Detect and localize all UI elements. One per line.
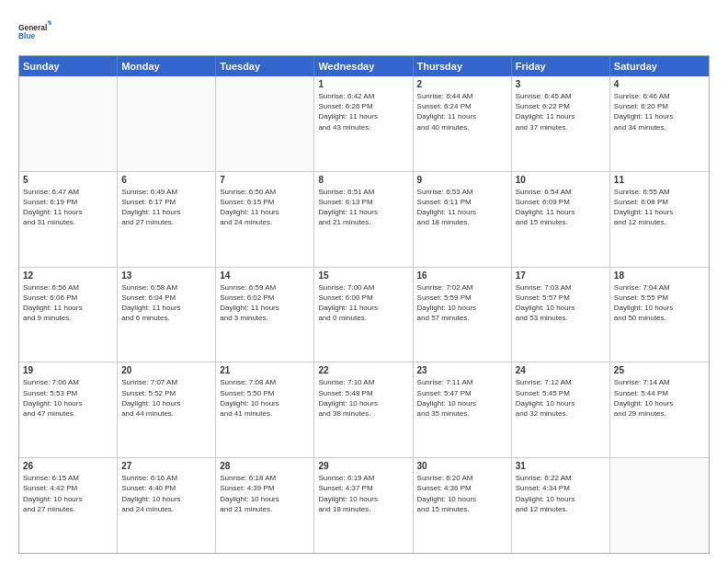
- calendar-cell: 15Sunrise: 7:00 AM Sunset: 6:00 PM Dayli…: [314, 268, 413, 362]
- day-number: 24: [516, 365, 606, 375]
- calendar-header: SundayMondayTuesdayWednesdayThursdayFrid…: [19, 56, 709, 76]
- day-info: Sunrise: 7:10 AM Sunset: 5:48 PM Dayligh…: [318, 377, 408, 419]
- day-info: Sunrise: 7:14 AM Sunset: 5:44 PM Dayligh…: [614, 377, 705, 419]
- calendar-cell: 23Sunrise: 7:11 AM Sunset: 5:47 PM Dayli…: [414, 362, 512, 457]
- logo: General Blue: [18, 15, 51, 48]
- day-info: Sunrise: 7:03 AM Sunset: 5:57 PM Dayligh…: [516, 282, 606, 324]
- calendar-cell: [216, 76, 314, 171]
- day-number: 19: [23, 365, 113, 375]
- calendar-body: 1Sunrise: 6:42 AM Sunset: 6:26 PM Daylig…: [19, 76, 709, 553]
- calendar-cell: 21Sunrise: 7:08 AM Sunset: 5:50 PM Dayli…: [216, 362, 314, 457]
- header-day: Friday: [512, 56, 610, 76]
- calendar-cell: 5Sunrise: 6:47 AM Sunset: 6:19 PM Daylig…: [19, 172, 118, 267]
- calendar-row: 1Sunrise: 6:42 AM Sunset: 6:26 PM Daylig…: [19, 76, 709, 172]
- calendar-row: 5Sunrise: 6:47 AM Sunset: 6:19 PM Daylig…: [19, 172, 709, 268]
- calendar-cell: 3Sunrise: 6:45 AM Sunset: 6:22 PM Daylig…: [512, 76, 610, 171]
- calendar-row: 19Sunrise: 7:06 AM Sunset: 5:53 PM Dayli…: [19, 362, 709, 458]
- calendar-cell: 14Sunrise: 6:59 AM Sunset: 6:02 PM Dayli…: [216, 268, 314, 362]
- day-info: Sunrise: 6:18 AM Sunset: 4:39 PM Dayligh…: [220, 473, 310, 514]
- day-number: 26: [23, 461, 113, 471]
- calendar-cell: 8Sunrise: 6:51 AM Sunset: 6:13 PM Daylig…: [314, 172, 413, 267]
- day-number: 21: [220, 365, 310, 375]
- day-number: 6: [121, 175, 211, 185]
- calendar-cell: 20Sunrise: 7:07 AM Sunset: 5:52 PM Dayli…: [118, 362, 216, 457]
- day-number: 4: [614, 79, 705, 89]
- calendar-cell: 9Sunrise: 6:53 AM Sunset: 6:11 PM Daylig…: [414, 172, 512, 267]
- day-number: 9: [417, 175, 507, 185]
- calendar-cell: 28Sunrise: 6:18 AM Sunset: 4:39 PM Dayli…: [216, 458, 314, 553]
- calendar-cell: 7Sunrise: 6:50 AM Sunset: 6:15 PM Daylig…: [216, 172, 314, 267]
- calendar-cell: 13Sunrise: 6:58 AM Sunset: 6:04 PM Dayli…: [118, 268, 216, 362]
- day-number: 7: [220, 175, 310, 185]
- day-info: Sunrise: 6:16 AM Sunset: 4:40 PM Dayligh…: [121, 473, 211, 514]
- calendar-cell: 27Sunrise: 6:16 AM Sunset: 4:40 PM Dayli…: [118, 458, 216, 553]
- day-info: Sunrise: 7:02 AM Sunset: 5:59 PM Dayligh…: [417, 282, 507, 324]
- calendar-cell: [610, 458, 709, 553]
- day-info: Sunrise: 6:19 AM Sunset: 4:37 PM Dayligh…: [318, 473, 408, 514]
- day-info: Sunrise: 6:51 AM Sunset: 6:13 PM Dayligh…: [318, 187, 408, 228]
- calendar-cell: 30Sunrise: 6:20 AM Sunset: 4:36 PM Dayli…: [414, 458, 512, 553]
- calendar-cell: 29Sunrise: 6:19 AM Sunset: 4:37 PM Dayli…: [314, 458, 413, 553]
- day-info: Sunrise: 6:50 AM Sunset: 6:15 PM Dayligh…: [220, 187, 310, 228]
- day-number: 22: [318, 365, 408, 375]
- calendar-cell: 17Sunrise: 7:03 AM Sunset: 5:57 PM Dayli…: [512, 268, 610, 362]
- calendar: SundayMondayTuesdayWednesdayThursdayFrid…: [18, 55, 710, 554]
- day-number: 12: [23, 270, 113, 281]
- day-number: 16: [417, 270, 507, 281]
- calendar-cell: 4Sunrise: 6:46 AM Sunset: 6:20 PM Daylig…: [610, 76, 709, 171]
- calendar-row: 12Sunrise: 6:56 AM Sunset: 6:06 PM Dayli…: [19, 268, 709, 363]
- day-info: Sunrise: 7:04 AM Sunset: 5:55 PM Dayligh…: [614, 282, 705, 324]
- day-info: Sunrise: 6:47 AM Sunset: 6:19 PM Dayligh…: [23, 187, 113, 228]
- day-info: Sunrise: 6:42 AM Sunset: 6:26 PM Dayligh…: [318, 91, 408, 132]
- day-info: Sunrise: 7:00 AM Sunset: 6:00 PM Dayligh…: [318, 282, 408, 324]
- day-info: Sunrise: 6:53 AM Sunset: 6:11 PM Dayligh…: [417, 187, 507, 228]
- calendar-cell: [19, 76, 118, 171]
- day-info: Sunrise: 6:55 AM Sunset: 6:08 PM Dayligh…: [614, 187, 705, 228]
- day-info: Sunrise: 6:54 AM Sunset: 6:09 PM Dayligh…: [516, 187, 606, 228]
- calendar-cell: 22Sunrise: 7:10 AM Sunset: 5:48 PM Dayli…: [314, 362, 413, 457]
- day-number: 30: [417, 461, 507, 471]
- header-day: Tuesday: [216, 56, 314, 76]
- svg-text:General: General: [18, 23, 47, 32]
- calendar-cell: 18Sunrise: 7:04 AM Sunset: 5:55 PM Dayli…: [610, 268, 709, 362]
- day-number: 11: [614, 175, 705, 185]
- logo-svg: General Blue: [18, 15, 51, 48]
- calendar-cell: 31Sunrise: 6:22 AM Sunset: 4:34 PM Dayli…: [512, 458, 610, 553]
- header-day: Sunday: [19, 56, 118, 76]
- calendar-cell: 16Sunrise: 7:02 AM Sunset: 5:59 PM Dayli…: [414, 268, 512, 362]
- header-day: Monday: [118, 56, 216, 76]
- day-info: Sunrise: 6:58 AM Sunset: 6:04 PM Dayligh…: [121, 282, 211, 324]
- day-number: 25: [614, 365, 705, 375]
- day-info: Sunrise: 7:08 AM Sunset: 5:50 PM Dayligh…: [220, 377, 310, 419]
- day-number: 5: [23, 175, 113, 185]
- day-number: 14: [220, 270, 310, 281]
- day-info: Sunrise: 6:20 AM Sunset: 4:36 PM Dayligh…: [417, 473, 507, 514]
- calendar-cell: 11Sunrise: 6:55 AM Sunset: 6:08 PM Dayli…: [610, 172, 709, 267]
- day-info: Sunrise: 6:15 AM Sunset: 4:42 PM Dayligh…: [23, 473, 113, 514]
- day-number: 1: [318, 79, 408, 89]
- day-info: Sunrise: 6:49 AM Sunset: 6:17 PM Dayligh…: [121, 187, 211, 228]
- calendar-cell: 12Sunrise: 6:56 AM Sunset: 6:06 PM Dayli…: [19, 268, 118, 362]
- day-number: 8: [318, 175, 408, 185]
- day-number: 28: [220, 461, 310, 471]
- calendar-cell: 26Sunrise: 6:15 AM Sunset: 4:42 PM Dayli…: [19, 458, 118, 553]
- day-info: Sunrise: 6:22 AM Sunset: 4:34 PM Dayligh…: [516, 473, 606, 514]
- day-number: 2: [417, 79, 507, 89]
- calendar-cell: 6Sunrise: 6:49 AM Sunset: 6:17 PM Daylig…: [118, 172, 216, 267]
- day-info: Sunrise: 7:12 AM Sunset: 5:45 PM Dayligh…: [516, 377, 606, 419]
- day-info: Sunrise: 6:45 AM Sunset: 6:22 PM Dayligh…: [516, 91, 606, 132]
- day-number: 13: [121, 270, 211, 281]
- day-info: Sunrise: 7:07 AM Sunset: 5:52 PM Dayligh…: [121, 377, 211, 419]
- calendar-row: 26Sunrise: 6:15 AM Sunset: 4:42 PM Dayli…: [19, 458, 709, 553]
- day-info: Sunrise: 7:06 AM Sunset: 5:53 PM Dayligh…: [23, 377, 113, 419]
- day-number: 18: [614, 270, 705, 281]
- day-info: Sunrise: 7:11 AM Sunset: 5:47 PM Dayligh…: [417, 377, 507, 419]
- day-number: 29: [318, 461, 408, 471]
- calendar-cell: 19Sunrise: 7:06 AM Sunset: 5:53 PM Dayli…: [19, 362, 118, 457]
- page: General Blue SundayMondayTuesdayWednesda…: [0, 0, 728, 563]
- day-number: 15: [318, 270, 408, 281]
- day-number: 27: [121, 461, 211, 471]
- day-number: 20: [121, 365, 211, 375]
- day-number: 23: [417, 365, 507, 375]
- calendar-cell: [118, 76, 216, 171]
